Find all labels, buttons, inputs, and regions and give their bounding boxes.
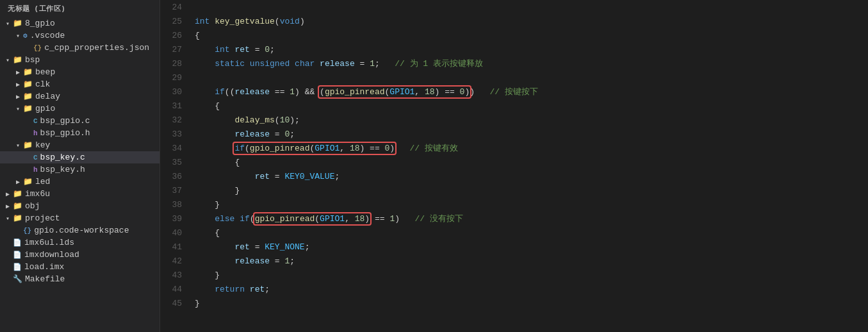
sidebar-item-gpio-workspace[interactable]: {} gpio.code-workspace — [0, 224, 160, 237]
line-code: if((release == 1) && (gpio_pinread(GPIO1… — [192, 85, 868, 99]
sidebar-item-c-cpp-properties[interactable]: {} c_cpp_properties.json — [0, 42, 160, 54]
sidebar-item-vscode[interactable]: ▾ ⚙ .vscode — [0, 29, 160, 42]
workspace-icon: {} — [23, 227, 31, 235]
table-row: 40 { — [160, 226, 868, 240]
table-row: 43 } — [160, 268, 868, 282]
sidebar-item-label: project — [25, 213, 60, 223]
line-number: 45 — [160, 296, 192, 310]
sidebar-item-obj[interactable]: ▶ 📁 obj — [0, 200, 160, 212]
file-explorer[interactable]: 无标题 (工作区) ▾ 📁 8_gpio ▾ ⚙ .vscode {} c_cp… — [0, 0, 160, 332]
line-number: 39 — [160, 212, 192, 226]
line-number: 41 — [160, 240, 192, 254]
sidebar-item-bsp-key-c[interactable]: C bsp_key.c — [0, 151, 160, 163]
sidebar-item-label: imx6u — [25, 189, 50, 199]
folder-icon: 📁 — [13, 55, 22, 65]
sidebar-title: 无标题 (工作区) — [0, 0, 160, 17]
folder-icon: 📁 — [23, 67, 33, 77]
folder-icon: 📁 — [13, 201, 22, 211]
sidebar-item-key[interactable]: ▾ 📁 key — [0, 139, 160, 151]
sidebar-item-label: .vscode — [30, 31, 65, 40]
sidebar-item-delay[interactable]: ▶ 📁 delay — [0, 90, 160, 103]
table-row: 27 int ret = 0; — [160, 42, 868, 56]
sidebar-item-bsp-gpio-c[interactable]: C bsp_gpio.c — [0, 115, 160, 127]
table-row: 33 release = 0; — [160, 127, 868, 141]
line-code: } — [192, 268, 868, 282]
line-code: static unsigned char release = 1; // 为 1… — [192, 56, 868, 71]
table-row: 29 — [160, 71, 868, 85]
highlight-box-34: if(gpio_pinread(GPIO1, 18) == 0) — [234, 144, 395, 153]
table-row: 25 int key_getvalue(void) — [160, 14, 868, 28]
line-code: } — [192, 296, 868, 310]
folder-icon: 📁 — [23, 177, 33, 187]
sidebar-item-label: beep — [35, 67, 55, 77]
sidebar-item-label: bsp — [25, 55, 40, 65]
line-number: 29 — [160, 71, 192, 85]
line-code: release = 0; — [192, 127, 868, 141]
sidebar-item-label: key — [35, 140, 50, 150]
sidebar-item-bsp[interactable]: ▾ 📁 bsp — [0, 54, 160, 66]
line-code: delay_ms(10); — [192, 113, 868, 127]
sidebar-item-8gpio[interactable]: ▾ 📁 8_gpio — [0, 17, 160, 29]
sidebar-item-clk[interactable]: ▶ 📁 clk — [0, 78, 160, 90]
sidebar-item-load-imx[interactable]: 📄 load.imx — [0, 261, 160, 273]
sidebar-item-bsp-key-h[interactable]: h bsp_key.h — [0, 163, 160, 176]
table-row: 30 if((release == 1) && (gpio_pinread(GP… — [160, 85, 868, 99]
expand-arrow: ▾ — [3, 20, 13, 28]
folder-icon: 📁 — [13, 213, 22, 223]
h-file-icon: h — [33, 166, 38, 174]
sidebar-item-label: bsp_gpio.c — [40, 116, 90, 126]
table-row: 39 else if(gpio_pinread(GPIO1, 18) == 1)… — [160, 212, 868, 226]
line-code: ret = KEY_NONE; — [192, 240, 868, 254]
table-row: 42 release = 1; — [160, 254, 868, 268]
line-number: 33 — [160, 127, 192, 141]
expand-arrow: ▾ — [13, 32, 23, 40]
line-code — [192, 0, 868, 14]
c-file-icon: C — [33, 154, 38, 162]
expand-arrow: ▶ — [13, 178, 23, 186]
line-number: 27 — [160, 42, 192, 56]
table-row: 24 — [160, 0, 868, 14]
sidebar-item-label: imx6ul.lds — [24, 238, 74, 247]
c-file-icon: C — [33, 117, 38, 125]
line-code: int key_getvalue(void) — [192, 14, 868, 28]
sidebar-item-label: Makefile — [25, 274, 65, 284]
code-table: 24 25 int key_getvalue(void) 26 { 27 int… — [160, 0, 868, 310]
line-code: ret = KEY0_VALUE; — [192, 169, 868, 183]
highlight-box-30: (gpio_pinread(GPIO1, 18) == 0) — [320, 87, 470, 97]
sidebar-item-beep[interactable]: ▶ 📁 beep — [0, 66, 160, 78]
line-code: else if(gpio_pinread(GPIO1, 18) == 1) //… — [192, 212, 868, 226]
sidebar-item-led[interactable]: ▶ 📁 led — [0, 176, 160, 188]
line-number: 40 — [160, 226, 192, 240]
sidebar-item-label: c_cpp_properties.json — [44, 43, 149, 53]
line-code: release = 1; — [192, 254, 868, 268]
sidebar-item-bsp-gpio-h[interactable]: h bsp_gpio.h — [0, 127, 160, 139]
sidebar-item-imxdownload[interactable]: 📄 imxdownload — [0, 249, 160, 261]
line-number: 26 — [160, 28, 192, 42]
code-editor[interactable]: 24 25 int key_getvalue(void) 26 { 27 int… — [160, 0, 868, 332]
line-number: 30 — [160, 85, 192, 99]
folder-icon: 📁 — [23, 104, 33, 113]
table-row: 36 ret = KEY0_VALUE; — [160, 169, 868, 183]
line-code — [192, 71, 868, 85]
folder-icon: 📁 — [13, 189, 22, 199]
sidebar-item-gpio[interactable]: ▾ 📁 gpio — [0, 103, 160, 115]
highlight-box-39: gpio_pinread(GPIO1, 18) — [255, 214, 370, 224]
line-code: { — [192, 99, 868, 113]
expand-arrow: ▾ — [3, 215, 13, 222]
sidebar-item-imx6u[interactable]: ▶ 📁 imx6u — [0, 188, 160, 200]
sidebar-item-label: load.imx — [24, 262, 64, 272]
sidebar-item-project[interactable]: ▾ 📁 project — [0, 212, 160, 224]
line-number: 42 — [160, 254, 192, 268]
h-file-icon: h — [33, 129, 38, 137]
line-number: 35 — [160, 155, 192, 169]
sidebar-item-imx6ul-lds[interactable]: 📄 imx6ul.lds — [0, 237, 160, 249]
line-number: 37 — [160, 183, 192, 197]
table-row: 37 } — [160, 183, 868, 197]
sidebar-item-label: gpio — [35, 104, 55, 113]
expand-arrow: ▶ — [13, 69, 23, 76]
line-code: return ret; — [192, 282, 868, 296]
line-number: 32 — [160, 113, 192, 127]
line-number: 25 — [160, 14, 192, 28]
line-number: 38 — [160, 197, 192, 212]
sidebar-item-makefile[interactable]: 🔧 Makefile — [0, 273, 160, 285]
